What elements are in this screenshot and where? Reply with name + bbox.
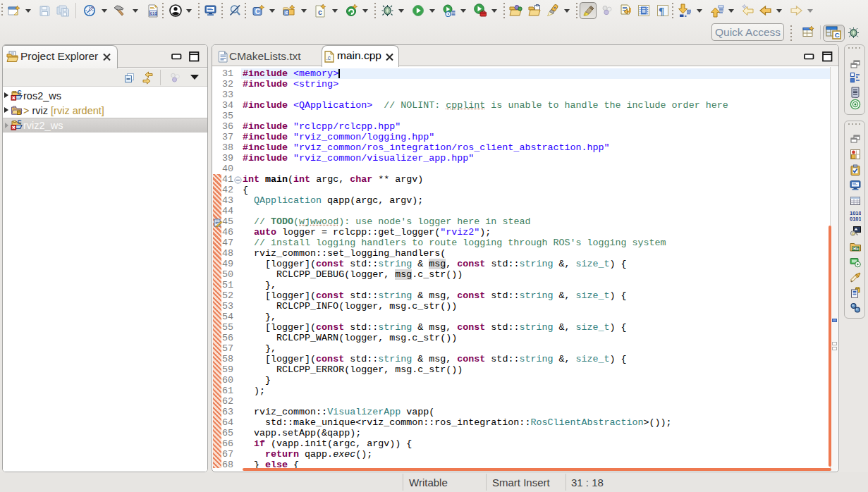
svg-text:0101: 0101 [850,216,861,221]
svg-text:c: c [286,9,289,16]
svg-text:¶: ¶ [659,6,664,17]
svg-text:.c: .c [326,54,331,61]
svg-text:c: c [318,8,322,16]
svg-text:C: C [255,8,260,16]
svg-text:C: C [18,119,22,125]
svg-text:010: 010 [150,11,158,16]
svg-text:GIT: GIT [852,247,860,251]
svg-text:C: C [18,90,22,96]
svg-text:C: C [835,31,840,39]
